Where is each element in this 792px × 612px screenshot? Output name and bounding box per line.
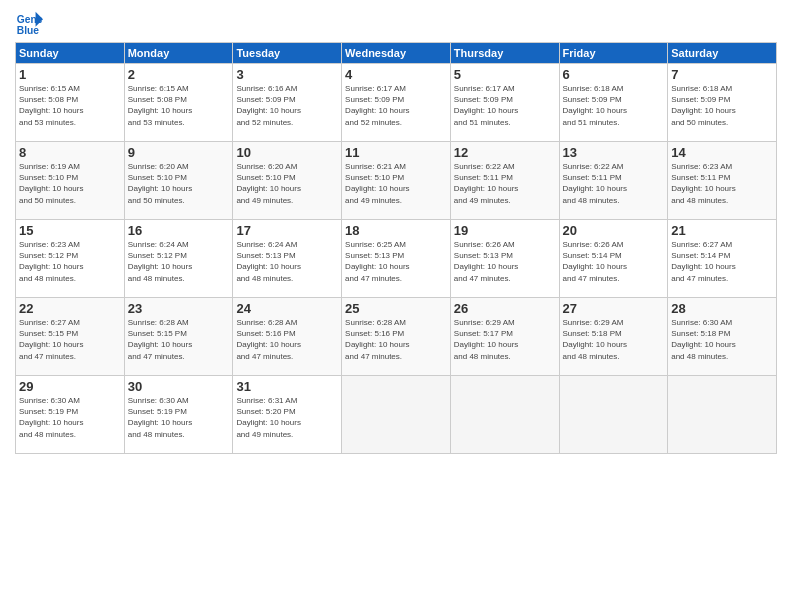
- calendar-week-row: 1Sunrise: 6:15 AM Sunset: 5:08 PM Daylig…: [16, 64, 777, 142]
- calendar-cell: [559, 376, 668, 454]
- day-info: Sunrise: 6:22 AM Sunset: 5:11 PM Dayligh…: [454, 161, 556, 206]
- day-info: Sunrise: 6:28 AM Sunset: 5:16 PM Dayligh…: [345, 317, 447, 362]
- calendar-cell: 30Sunrise: 6:30 AM Sunset: 5:19 PM Dayli…: [124, 376, 233, 454]
- day-info: Sunrise: 6:30 AM Sunset: 5:19 PM Dayligh…: [128, 395, 230, 440]
- day-info: Sunrise: 6:27 AM Sunset: 5:15 PM Dayligh…: [19, 317, 121, 362]
- day-info: Sunrise: 6:29 AM Sunset: 5:18 PM Dayligh…: [563, 317, 665, 362]
- calendar-cell: 15Sunrise: 6:23 AM Sunset: 5:12 PM Dayli…: [16, 220, 125, 298]
- day-info: Sunrise: 6:15 AM Sunset: 5:08 PM Dayligh…: [128, 83, 230, 128]
- logo-icon: General Blue: [15, 10, 43, 38]
- day-info: Sunrise: 6:31 AM Sunset: 5:20 PM Dayligh…: [236, 395, 338, 440]
- calendar-cell: 18Sunrise: 6:25 AM Sunset: 5:13 PM Dayli…: [342, 220, 451, 298]
- day-number: 21: [671, 223, 773, 238]
- calendar-cell: 7Sunrise: 6:18 AM Sunset: 5:09 PM Daylig…: [668, 64, 777, 142]
- calendar-cell: 27Sunrise: 6:29 AM Sunset: 5:18 PM Dayli…: [559, 298, 668, 376]
- calendar-week-row: 29Sunrise: 6:30 AM Sunset: 5:19 PM Dayli…: [16, 376, 777, 454]
- day-info: Sunrise: 6:22 AM Sunset: 5:11 PM Dayligh…: [563, 161, 665, 206]
- calendar-cell: 8Sunrise: 6:19 AM Sunset: 5:10 PM Daylig…: [16, 142, 125, 220]
- header-day: Wednesday: [342, 43, 451, 64]
- day-info: Sunrise: 6:19 AM Sunset: 5:10 PM Dayligh…: [19, 161, 121, 206]
- day-info: Sunrise: 6:29 AM Sunset: 5:17 PM Dayligh…: [454, 317, 556, 362]
- calendar-cell: 26Sunrise: 6:29 AM Sunset: 5:17 PM Dayli…: [450, 298, 559, 376]
- calendar-table: SundayMondayTuesdayWednesdayThursdayFrid…: [15, 42, 777, 454]
- calendar-cell: 16Sunrise: 6:24 AM Sunset: 5:12 PM Dayli…: [124, 220, 233, 298]
- calendar-page: General Blue SundayMondayTuesdayWednesda…: [0, 0, 792, 612]
- day-info: Sunrise: 6:26 AM Sunset: 5:14 PM Dayligh…: [563, 239, 665, 284]
- logo: General Blue: [15, 10, 47, 38]
- day-number: 9: [128, 145, 230, 160]
- header-day: Friday: [559, 43, 668, 64]
- day-number: 26: [454, 301, 556, 316]
- calendar-week-row: 15Sunrise: 6:23 AM Sunset: 5:12 PM Dayli…: [16, 220, 777, 298]
- calendar-cell: 9Sunrise: 6:20 AM Sunset: 5:10 PM Daylig…: [124, 142, 233, 220]
- day-number: 4: [345, 67, 447, 82]
- calendar-cell: 3Sunrise: 6:16 AM Sunset: 5:09 PM Daylig…: [233, 64, 342, 142]
- day-info: Sunrise: 6:30 AM Sunset: 5:19 PM Dayligh…: [19, 395, 121, 440]
- day-info: Sunrise: 6:20 AM Sunset: 5:10 PM Dayligh…: [128, 161, 230, 206]
- calendar-cell: [668, 376, 777, 454]
- day-number: 19: [454, 223, 556, 238]
- calendar-week-row: 22Sunrise: 6:27 AM Sunset: 5:15 PM Dayli…: [16, 298, 777, 376]
- calendar-cell: 4Sunrise: 6:17 AM Sunset: 5:09 PM Daylig…: [342, 64, 451, 142]
- day-number: 2: [128, 67, 230, 82]
- calendar-cell: 11Sunrise: 6:21 AM Sunset: 5:10 PM Dayli…: [342, 142, 451, 220]
- day-number: 10: [236, 145, 338, 160]
- day-info: Sunrise: 6:17 AM Sunset: 5:09 PM Dayligh…: [454, 83, 556, 128]
- day-info: Sunrise: 6:24 AM Sunset: 5:13 PM Dayligh…: [236, 239, 338, 284]
- day-number: 22: [19, 301, 121, 316]
- calendar-cell: 21Sunrise: 6:27 AM Sunset: 5:14 PM Dayli…: [668, 220, 777, 298]
- day-info: Sunrise: 6:18 AM Sunset: 5:09 PM Dayligh…: [563, 83, 665, 128]
- svg-text:Blue: Blue: [17, 25, 40, 36]
- header-day: Tuesday: [233, 43, 342, 64]
- header-day: Saturday: [668, 43, 777, 64]
- calendar-cell: 5Sunrise: 6:17 AM Sunset: 5:09 PM Daylig…: [450, 64, 559, 142]
- day-info: Sunrise: 6:28 AM Sunset: 5:15 PM Dayligh…: [128, 317, 230, 362]
- day-number: 8: [19, 145, 121, 160]
- day-number: 13: [563, 145, 665, 160]
- day-info: Sunrise: 6:21 AM Sunset: 5:10 PM Dayligh…: [345, 161, 447, 206]
- day-info: Sunrise: 6:27 AM Sunset: 5:14 PM Dayligh…: [671, 239, 773, 284]
- day-info: Sunrise: 6:25 AM Sunset: 5:13 PM Dayligh…: [345, 239, 447, 284]
- header-day: Sunday: [16, 43, 125, 64]
- day-number: 11: [345, 145, 447, 160]
- day-number: 7: [671, 67, 773, 82]
- calendar-cell: 13Sunrise: 6:22 AM Sunset: 5:11 PM Dayli…: [559, 142, 668, 220]
- day-number: 14: [671, 145, 773, 160]
- calendar-cell: 29Sunrise: 6:30 AM Sunset: 5:19 PM Dayli…: [16, 376, 125, 454]
- calendar-cell: 23Sunrise: 6:28 AM Sunset: 5:15 PM Dayli…: [124, 298, 233, 376]
- day-number: 20: [563, 223, 665, 238]
- day-info: Sunrise: 6:18 AM Sunset: 5:09 PM Dayligh…: [671, 83, 773, 128]
- day-number: 5: [454, 67, 556, 82]
- day-info: Sunrise: 6:30 AM Sunset: 5:18 PM Dayligh…: [671, 317, 773, 362]
- day-info: Sunrise: 6:23 AM Sunset: 5:11 PM Dayligh…: [671, 161, 773, 206]
- day-number: 27: [563, 301, 665, 316]
- day-number: 24: [236, 301, 338, 316]
- calendar-cell: 20Sunrise: 6:26 AM Sunset: 5:14 PM Dayli…: [559, 220, 668, 298]
- calendar-cell: 10Sunrise: 6:20 AM Sunset: 5:10 PM Dayli…: [233, 142, 342, 220]
- calendar-cell: 12Sunrise: 6:22 AM Sunset: 5:11 PM Dayli…: [450, 142, 559, 220]
- day-info: Sunrise: 6:28 AM Sunset: 5:16 PM Dayligh…: [236, 317, 338, 362]
- calendar-cell: [450, 376, 559, 454]
- header-row: SundayMondayTuesdayWednesdayThursdayFrid…: [16, 43, 777, 64]
- day-info: Sunrise: 6:24 AM Sunset: 5:12 PM Dayligh…: [128, 239, 230, 284]
- day-number: 30: [128, 379, 230, 394]
- calendar-cell: 28Sunrise: 6:30 AM Sunset: 5:18 PM Dayli…: [668, 298, 777, 376]
- day-number: 3: [236, 67, 338, 82]
- day-info: Sunrise: 6:23 AM Sunset: 5:12 PM Dayligh…: [19, 239, 121, 284]
- calendar-cell: 1Sunrise: 6:15 AM Sunset: 5:08 PM Daylig…: [16, 64, 125, 142]
- calendar-cell: 14Sunrise: 6:23 AM Sunset: 5:11 PM Dayli…: [668, 142, 777, 220]
- calendar-cell: 2Sunrise: 6:15 AM Sunset: 5:08 PM Daylig…: [124, 64, 233, 142]
- day-number: 29: [19, 379, 121, 394]
- header-day: Monday: [124, 43, 233, 64]
- day-number: 25: [345, 301, 447, 316]
- calendar-cell: 25Sunrise: 6:28 AM Sunset: 5:16 PM Dayli…: [342, 298, 451, 376]
- day-number: 6: [563, 67, 665, 82]
- header-day: Thursday: [450, 43, 559, 64]
- day-number: 31: [236, 379, 338, 394]
- calendar-cell: 22Sunrise: 6:27 AM Sunset: 5:15 PM Dayli…: [16, 298, 125, 376]
- day-number: 16: [128, 223, 230, 238]
- day-number: 23: [128, 301, 230, 316]
- calendar-cell: [342, 376, 451, 454]
- day-number: 1: [19, 67, 121, 82]
- calendar-week-row: 8Sunrise: 6:19 AM Sunset: 5:10 PM Daylig…: [16, 142, 777, 220]
